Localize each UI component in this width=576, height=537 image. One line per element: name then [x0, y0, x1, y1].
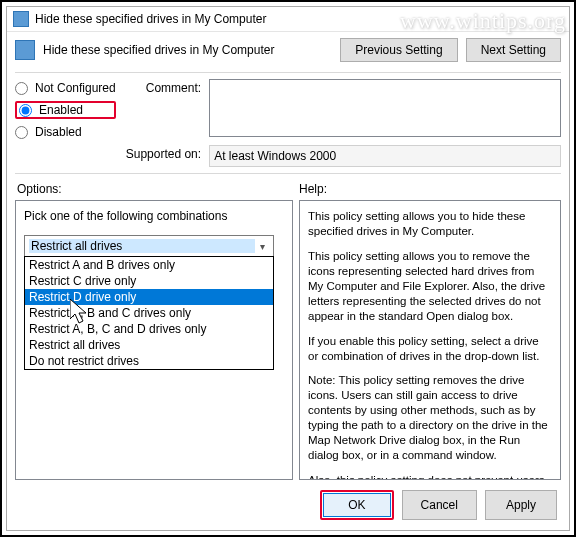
titlebar: Hide these specified drives in My Comput… — [7, 7, 569, 32]
help-paragraph: Also, this policy setting does not preve… — [308, 473, 552, 480]
help-paragraph: If you enable this policy setting, selec… — [308, 334, 552, 364]
next-setting-button[interactable]: Next Setting — [466, 38, 561, 62]
comment-label: Comment: — [126, 79, 201, 137]
label-disabled: Disabled — [35, 125, 82, 139]
help-paragraph: This policy setting allows you to hide t… — [308, 209, 552, 239]
window: Hide these specified drives in My Comput… — [6, 6, 570, 531]
ok-button[interactable]: OK — [323, 493, 390, 517]
supported-on-value: At least Windows 2000 — [209, 145, 561, 167]
combo-option[interactable]: Restrict A, B and C drives only — [25, 305, 273, 321]
policy-icon — [15, 40, 35, 60]
radio-disabled-input[interactable] — [15, 126, 28, 139]
help-label: Help: — [299, 182, 559, 196]
previous-setting-button[interactable]: Previous Setting — [340, 38, 457, 62]
header-row: Hide these specified drives in My Comput… — [7, 32, 569, 72]
radio-disabled[interactable]: Disabled — [15, 125, 116, 139]
radio-enabled[interactable]: Enabled — [19, 103, 112, 117]
combo-option[interactable]: Restrict D drive only — [25, 289, 273, 305]
nav-buttons: Previous Setting Next Setting — [340, 38, 561, 62]
help-paragraph: This policy setting allows you to remove… — [308, 249, 552, 324]
options-label: Options: — [17, 182, 299, 196]
comment-input[interactable] — [209, 79, 561, 137]
options-pane: Pick one of the following combinations R… — [15, 200, 293, 480]
combo-selected-text: Restrict all drives — [29, 239, 255, 253]
help-pane[interactable]: This policy setting allows you to hide t… — [299, 200, 561, 480]
combo-option[interactable]: Do not restrict drives — [25, 353, 273, 369]
combo-option[interactable]: Restrict A and B drives only — [25, 257, 273, 273]
radio-enabled-input[interactable] — [19, 104, 32, 117]
policy-icon — [13, 11, 29, 27]
supported-on-label: Supported on: — [126, 145, 201, 167]
combo-option[interactable]: Restrict all drives — [25, 337, 273, 353]
state-radios: Not Configured Enabled Disabled — [15, 79, 116, 167]
apply-button[interactable]: Apply — [485, 490, 557, 520]
config-right: Comment: Supported on: At least Windows … — [126, 79, 561, 167]
window-title: Hide these specified drives in My Comput… — [35, 12, 266, 26]
combo-option[interactable]: Restrict A, B, C and D drives only — [25, 321, 273, 337]
config-area: Not Configured Enabled Disabled Comment:… — [7, 73, 569, 173]
radio-not-configured[interactable]: Not Configured — [15, 81, 116, 95]
chevron-down-icon: ▾ — [255, 241, 269, 252]
help-paragraph: Note: This policy setting removes the dr… — [308, 373, 552, 463]
combo-label: Pick one of the following combinations — [24, 209, 284, 223]
panes: Pick one of the following combinations R… — [7, 200, 569, 480]
combo-option[interactable]: Restrict C drive only — [25, 273, 273, 289]
enabled-highlight: Enabled — [15, 101, 116, 119]
label-not-configured: Not Configured — [35, 81, 116, 95]
policy-name: Hide these specified drives in My Comput… — [43, 43, 274, 57]
footer: OK Cancel Apply — [7, 480, 569, 530]
ok-highlight: OK — [320, 490, 393, 520]
outer-border: Hide these specified drives in My Comput… — [0, 0, 576, 537]
combo-dropdown-list[interactable]: Restrict A and B drives onlyRestrict C d… — [24, 256, 274, 370]
section-labels: Options: Help: — [7, 174, 569, 200]
radio-not-configured-input[interactable] — [15, 82, 28, 95]
drive-combo[interactable]: Restrict all drives ▾ Restrict A and B d… — [24, 235, 274, 257]
combo-display[interactable]: Restrict all drives ▾ — [24, 235, 274, 257]
label-enabled: Enabled — [39, 103, 83, 117]
cancel-button[interactable]: Cancel — [402, 490, 477, 520]
